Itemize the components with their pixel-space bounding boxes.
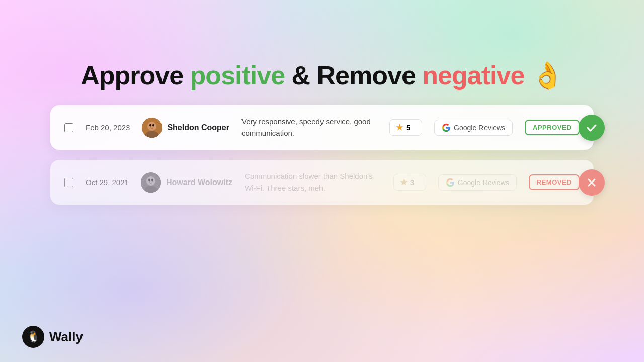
main-content: Approve positive & Remove negative 👌 Feb… [0, 0, 644, 205]
svg-point-4 [152, 124, 154, 126]
card-2-star-icon: ★ [400, 177, 407, 187]
card-1-review-text: Very responsive, speedy service, good co… [242, 116, 377, 139]
card-1-rating-value: 5 [406, 123, 410, 132]
headline-part1: Approve [80, 61, 190, 90]
card-1-platform-name: Google Reviews [454, 124, 505, 132]
card-1-avatar [142, 118, 162, 138]
brand-logo: 🐧 [22, 326, 44, 348]
card-1-checkbox[interactable] [64, 123, 73, 132]
card-2-checkbox[interactable] [64, 178, 73, 187]
card-2-rating: ★ 3 [393, 174, 426, 191]
card-1-status-badge: APPROVED [525, 120, 580, 135]
brand-name: Wally [49, 329, 83, 345]
card-2-status-badge: REMOVED [529, 174, 580, 190]
brand-logo-emoji: 🐧 [27, 330, 40, 343]
card-1-date: Feb 20, 2023 [86, 123, 130, 132]
google-icon [442, 123, 451, 132]
card-1-reviewer: Sheldon Cooper [142, 118, 229, 138]
svg-point-8 [148, 178, 150, 181]
card-2-platform: Google Reviews [438, 174, 517, 191]
checkmark-icon [585, 121, 598, 134]
close-icon [585, 176, 598, 189]
card-2-date: Oct 29, 2021 [86, 178, 129, 187]
review-card-1: Feb 20, 2023 Sheldon Cooper Very respons… [50, 105, 594, 150]
card-1-platform: Google Reviews [434, 120, 513, 136]
card-2-rating-value: 3 [410, 178, 414, 187]
cards-container: Feb 20, 2023 Sheldon Cooper Very respons… [50, 105, 594, 205]
svg-point-1 [147, 122, 156, 131]
card-1-reviewer-name: Sheldon Cooper [167, 123, 229, 132]
card-1-rating: ★ 5 [389, 119, 422, 136]
review-card-2: Oct 29, 2021 Howard Wolowitz Communicati… [50, 160, 594, 205]
headline-emoji: 👌 [531, 61, 564, 90]
headline-negative: negative [422, 61, 524, 90]
headline: Approve positive & Remove negative 👌 [80, 60, 564, 91]
card-1-approve-button[interactable] [579, 115, 605, 141]
svg-point-3 [149, 124, 151, 126]
card-2-avatar [141, 172, 161, 193]
brand: 🐧 Wally [22, 326, 83, 348]
card-2-review-text: Communication slower than Sheldon's Wi-F… [245, 171, 381, 194]
card-2-remove-button[interactable] [579, 169, 605, 196]
card-2-reviewer-name: Howard Wolowitz [166, 178, 232, 187]
card-1-star-icon: ★ [396, 123, 403, 132]
card-2-reviewer: Howard Wolowitz [141, 172, 232, 193]
card-2-platform-name: Google Reviews [458, 178, 509, 187]
svg-point-9 [151, 178, 153, 181]
headline-positive: positive [190, 61, 285, 90]
svg-point-6 [146, 176, 155, 186]
headline-part2: & Remove [285, 61, 422, 90]
google-icon-2 [446, 178, 455, 187]
